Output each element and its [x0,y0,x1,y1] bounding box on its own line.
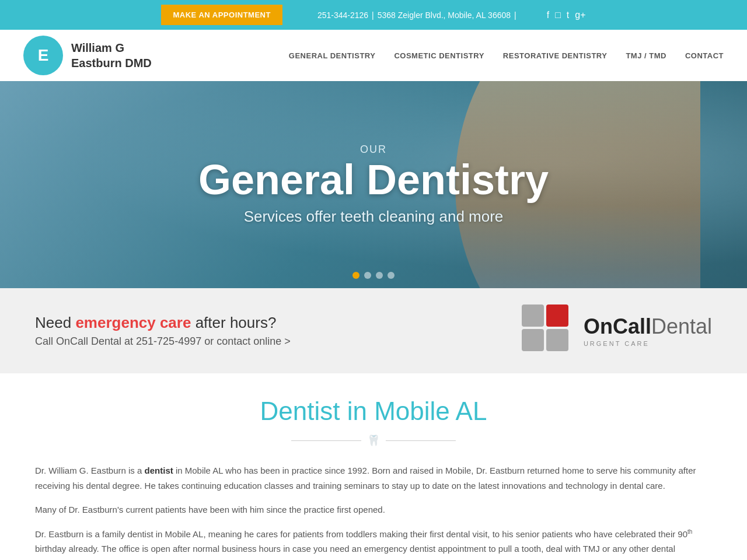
slider-dot-2[interactable] [364,272,371,279]
slider-dots [352,272,395,279]
tooth-icon [522,304,574,357]
oncall-brand-text: OnCall Dental URGENT CARE [584,314,712,347]
social-icons: f □ t g+ [547,10,586,20]
hero-subtitle: Services offer teeth cleaning and more [198,208,549,226]
hero-our-label: OUR [198,144,549,156]
p1-bold: dentist [145,466,173,475]
phone-number[interactable]: 251-344-2126 [317,10,368,20]
logo-name-line2: Eastburn DMD [71,55,152,71]
slider-dot-3[interactable] [376,272,383,279]
tooth-piece-tr [546,304,568,327]
separator2: | [514,10,516,20]
p1-before: Dr. William G. Eastburn is a [35,466,145,475]
nav-general-dentistry[interactable]: GENERAL DENTISTRY [289,51,376,60]
main-content: Dentist in Mobile AL 🦷 Dr. William G. Ea… [0,373,747,560]
address: 5368 Zeigler Blvd., Mobile, AL 36608 [378,10,511,20]
nav-contact[interactable]: CONTACT [685,51,724,60]
facebook-icon[interactable]: f [547,10,549,20]
oncall-dental: Dental [651,314,712,339]
separator1: | [372,10,374,20]
emergency-before: Need [35,314,75,331]
section-title: Dentist in Mobile AL [35,397,712,426]
twitter-icon[interactable]: t [567,10,569,20]
emergency-highlight: emergency care [75,314,191,331]
instagram-icon[interactable]: □ [555,10,561,20]
hero-title: General Dentistry [198,158,549,202]
top-bar: MAKE AN APPOINTMENT 251-344-2126 | 5368 … [0,0,747,30]
slider-dot-1[interactable] [352,272,359,279]
logo-text: William G Eastburn DMD [71,40,152,71]
emergency-line1: Need emergency care after hours? [35,314,291,332]
main-nav: GENERAL DENTISTRY COSMETIC DENTISTRY RES… [289,51,724,60]
divider-line-right [386,440,456,441]
logo-circle: E [23,36,63,75]
emergency-bar: Need emergency care after hours? Call On… [0,288,747,373]
logo[interactable]: E William G Eastburn DMD [23,36,152,75]
tooth-divider-icon: 🦷 [367,434,380,447]
paragraph-3: Dr. Eastburn is a family dentist in Mobi… [35,527,712,561]
hero-slider: OUR General Dentistry Services offer tee… [0,81,747,288]
paragraph-1: Dr. William G. Eastburn is a dentist in … [35,463,712,493]
divider: 🦷 [35,434,712,447]
hero-content: OUR General Dentistry Services offer tee… [198,144,549,226]
oncall-name-row: OnCall Dental [584,314,712,339]
contact-info: 251-344-2126 | 5368 Zeigler Blvd., Mobil… [317,10,516,20]
tooth-piece-br [546,329,568,351]
oncall-on: OnCall [584,316,651,337]
oncall-logo: OnCall Dental URGENT CARE [522,304,712,357]
slider-dot-4[interactable] [388,272,395,279]
emergency-text: Need emergency care after hours? Call On… [35,314,291,348]
divider-line-left [291,440,361,441]
nav-tmj-tmd[interactable]: TMJ / TMD [626,51,666,60]
tooth-piece-tl [522,304,544,327]
p3-before: Dr. Eastburn is a family dentist in Mobi… [35,529,687,539]
tooth-piece-bl [522,329,544,351]
nav-restorative-dentistry[interactable]: RESTORATIVE DENTISTRY [503,51,608,60]
paragraph-2: Many of Dr. Eastburn's current patients … [35,502,712,517]
make-appointment-button[interactable]: MAKE AN APPOINTMENT [161,5,282,25]
googleplus-icon[interactable]: g+ [575,10,585,20]
p3-sup: th [687,528,692,535]
oncall-urgent: URGENT CARE [584,340,712,347]
emergency-line2[interactable]: Call OnCall Dental at 251-725-4997 or co… [35,335,291,348]
emergency-after: after hours? [196,314,277,331]
p3-after: birthday already. The office is open aft… [35,544,675,560]
logo-name-line1: William G [71,40,152,55]
nav-cosmetic-dentistry[interactable]: COSMETIC DENTISTRY [394,51,484,60]
body-text: Dr. William G. Eastburn is a dentist in … [35,463,712,560]
header: E William G Eastburn DMD GENERAL DENTIST… [0,30,747,81]
